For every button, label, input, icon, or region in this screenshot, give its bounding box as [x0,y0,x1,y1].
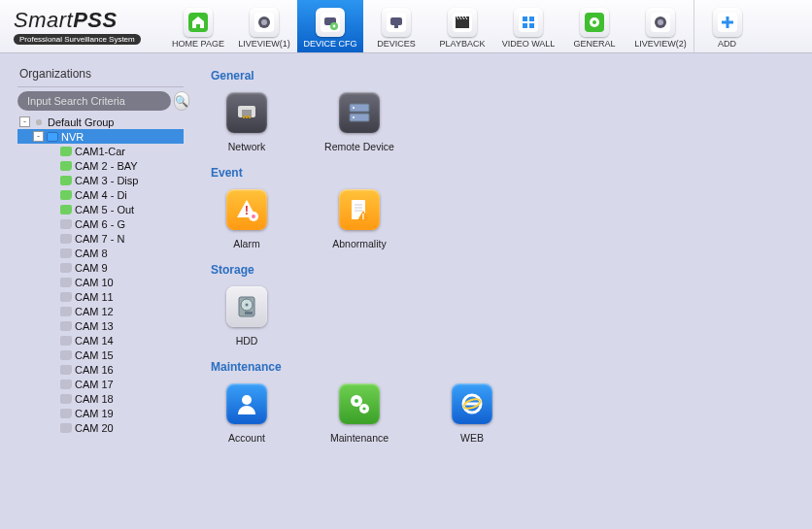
svg-point-49 [355,399,358,403]
svg-point-21 [592,20,596,24]
svg-rect-12 [456,19,469,28]
config-item-hdd[interactable]: HDD [213,286,281,347]
svg-rect-14 [519,13,538,32]
tree-label: CAM 13 [75,320,114,332]
tree-label: CAM 18 [75,393,114,405]
svg-point-37 [252,215,255,218]
cam-off-icon [60,292,72,302]
web-icon [452,383,492,424]
search-button[interactable]: 🔍 [174,91,189,111]
tab-label: PLAYBACK [440,39,486,49]
tree-expander[interactable]: - [19,116,30,127]
tree-cam-1[interactable]: CAM1-Car [17,144,184,158]
config-item-web[interactable]: WEB [438,383,506,444]
tree-expander[interactable]: - [33,131,44,142]
group-icon [33,117,45,127]
tree-cam-18[interactable]: CAM 18 [17,391,184,406]
tree-cam-5[interactable]: CAM 5 - Out [17,202,184,216]
section-row-storage: HDD [213,286,802,347]
tree-cam-12[interactable]: CAM 12 [17,304,184,318]
cam-on-icon [60,176,72,185]
svg-point-47 [242,395,252,405]
svg-rect-18 [529,23,534,28]
tree-cam-11[interactable]: CAM 11 [17,289,184,304]
tab-devices[interactable]: DEVICES [363,0,429,52]
tab-general[interactable]: GENERAL [561,0,627,52]
cam-off-icon [60,321,72,331]
svg-rect-17 [523,23,527,28]
tree-label: CAM 11 [75,291,114,303]
tree-cam-20[interactable]: CAM 20 [17,420,184,435]
svg-rect-46 [245,312,253,314]
section-title-general: General [211,69,802,83]
config-item-maint[interactable]: Maintenance [325,383,393,444]
tab-label: LIVEVIEW(2) [634,39,687,49]
alarm-icon: ! [226,189,267,230]
config-item-alarm[interactable]: !Alarm [213,189,281,249]
abn-icon: ! [339,189,380,230]
tree-cam-6[interactable]: CAM 6 - G [17,216,184,231]
tab-wall[interactable]: VIDEO WALL [495,0,561,52]
tree-label: NVR [61,131,84,143]
tree-cam-15[interactable]: CAM 15 [17,347,184,362]
tree-cam-13[interactable]: CAM 13 [17,318,184,333]
cam-off-icon [60,219,72,229]
tree-device-nvr[interactable]: -NVR [17,129,184,144]
cam-off-icon [60,409,72,418]
tab-label: HOME PAGE [172,39,224,49]
tree-cam-19[interactable]: CAM 19 [17,406,184,420]
tree-label: CAM 14 [75,335,114,347]
svg-point-33 [353,107,355,109]
config-item-abn[interactable]: !Abnormality [325,189,393,249]
tab-cfg[interactable]: DEVICE CFG [297,0,363,52]
config-item-label: Account [228,432,265,444]
config-item-label: HDD [236,335,258,347]
cam-off-icon [60,365,72,375]
tree-cam-3[interactable]: CAM 3 - Disp [17,173,184,187]
tree-cam-10[interactable]: CAM 10 [17,275,184,289]
tree-label: CAM 8 [75,248,108,259]
svg-point-3 [261,19,267,25]
tree-label: CAM 17 [75,379,114,390]
config-item-network[interactable]: Network [213,92,281,152]
tree-cam-9[interactable]: CAM 9 [17,260,184,275]
tree-root[interactable]: -Default Group [17,115,184,129]
svg-rect-9 [390,17,402,25]
tree-label: Default Group [48,116,114,128]
nav-tabs: HOME PAGELIVEVIEW(1)DEVICE CFGDEVICESPLA… [165,0,812,52]
hdd-icon [226,286,267,327]
svg-rect-16 [529,17,534,21]
app-subtitle: Professional Surveillance System [14,34,141,45]
tab-playback[interactable]: PLAYBACK [429,0,495,52]
config-item-label: Maintenance [330,432,389,444]
tab-label: LIVEVIEW(1) [238,39,290,49]
tab-add[interactable]: ADD [694,0,760,52]
search-input[interactable] [17,91,171,111]
tree-label: CAM1-Car [75,146,125,157]
cam-off-icon [60,394,72,404]
tab-label: DEVICE CFG [303,39,356,49]
config-item-account[interactable]: Account [213,383,281,444]
tab-lv1[interactable]: LIVEVIEW(1) [231,0,297,52]
tree-cam-7[interactable]: CAM 7 - N [17,231,184,246]
tree-cam-14[interactable]: CAM 14 [17,333,184,347]
svg-point-24 [658,19,663,25]
tree-cam-16[interactable]: CAM 16 [17,362,184,377]
maint-icon [339,383,380,424]
config-item-remote[interactable]: Remote Device [325,92,393,152]
tab-label: GENERAL [573,39,615,49]
tree-cam-4[interactable]: CAM 4 - Di [17,187,184,202]
cam-on-icon [60,147,72,156]
cam-off-icon [60,278,72,287]
tree-cam-2[interactable]: CAM 2 - BAY [17,158,184,173]
tab-home[interactable]: HOME PAGE [165,0,231,52]
tab-lv2[interactable]: LIVEVIEW(2) [627,0,694,52]
section-row-maintenance: AccountMaintenanceWEB [213,383,802,444]
cam-off-icon [60,263,72,273]
svg-point-7 [333,25,336,28]
tree-label: CAM 19 [75,408,114,419]
tree-cam-17[interactable]: CAM 17 [17,377,184,391]
tree-cam-8[interactable]: CAM 8 [17,246,184,260]
cam-on-icon [60,161,72,171]
cam-on-icon [60,190,72,200]
